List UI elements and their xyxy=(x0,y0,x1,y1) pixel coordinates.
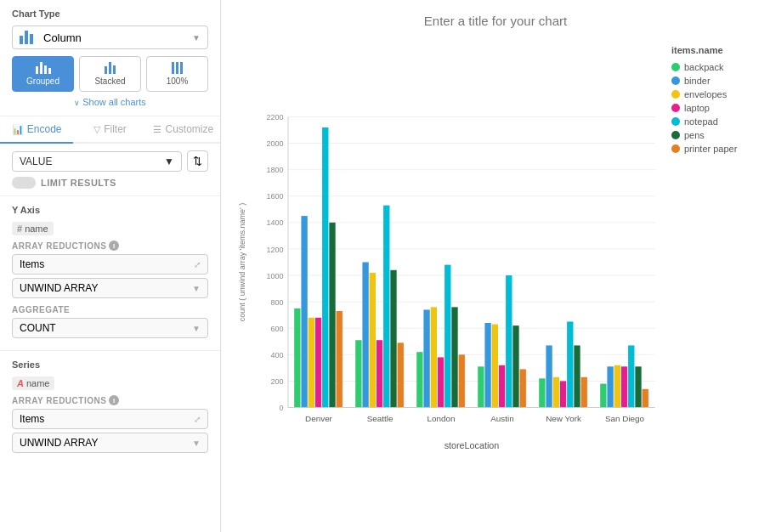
chart-container: 0200400600800100012001400160018002000220… xyxy=(235,37,663,518)
legend-item: notepad xyxy=(671,116,756,127)
limit-results-label: LIMIT RESULTS xyxy=(41,178,116,188)
series-field-badge: A name xyxy=(12,376,54,390)
svg-text:2000: 2000 xyxy=(267,139,284,148)
column-chart-icon: Column xyxy=(20,31,82,44)
items-label: Items xyxy=(20,258,44,270)
tab-filter[interactable]: ▽ Filter xyxy=(73,116,146,142)
y-axis-field-badge: # name xyxy=(12,222,54,235)
chart-styles-row: Grouped Stacked 100% xyxy=(12,56,208,92)
100pct-icon xyxy=(172,62,183,74)
stacked-label: Stacked xyxy=(94,76,125,86)
100pct-button[interactable]: 100% xyxy=(146,56,208,92)
series-unwind-dropdown[interactable]: UNWIND ARRAY ▼ xyxy=(12,433,208,453)
array-reductions-info-icon[interactable]: i xyxy=(109,241,119,251)
svg-rect-65 xyxy=(643,389,648,408)
svg-rect-34 xyxy=(546,345,552,407)
svg-rect-33 xyxy=(484,323,490,407)
svg-text:1800: 1800 xyxy=(267,166,284,174)
tab-encode-label: Encode xyxy=(27,123,62,135)
svg-rect-27 xyxy=(478,366,484,407)
svg-rect-61 xyxy=(398,342,404,407)
series-array-reductions-label: ARRAY REDUCTIONS i xyxy=(12,395,208,405)
legend-item: laptop xyxy=(671,103,756,113)
y-axis-field-name: name xyxy=(25,224,48,234)
grouped-button[interactable]: Grouped xyxy=(12,56,74,92)
chart-title-input[interactable] xyxy=(235,14,756,28)
chart-type-section: Chart Type Column ▼ Grouped xyxy=(0,0,220,116)
tab-encode[interactable]: 📊 Encode xyxy=(0,116,73,144)
encode-icon: 📊 xyxy=(12,124,24,135)
chart-legend: items.name backpackbinderenvelopeslaptop… xyxy=(671,37,756,518)
y-axis-section: Y Axis # name ARRAY REDUCTIONS i Items ⤢… xyxy=(0,195,220,350)
svg-rect-59 xyxy=(635,366,641,407)
items-dropdown[interactable]: Items ⤢ xyxy=(12,254,208,274)
tab-customize[interactable]: ☰ Customize xyxy=(147,116,220,142)
unwind-dropdown-arrow: ▼ xyxy=(192,284,201,293)
svg-text:1000: 1000 xyxy=(267,272,284,280)
svg-text:600: 600 xyxy=(271,325,284,333)
svg-rect-29 xyxy=(600,384,606,408)
right-panel: 0200400600800100012001400160018002000220… xyxy=(221,0,770,532)
a-icon: A xyxy=(17,378,24,388)
limit-row: LIMIT RESULTS xyxy=(0,175,220,195)
show-all-label: Show all charts xyxy=(82,97,146,107)
items-expand-icon: ⤢ xyxy=(194,260,201,269)
stacked-button[interactable]: Stacked xyxy=(79,56,141,92)
svg-text:0: 0 xyxy=(280,404,284,412)
dropdown-arrow-icon: ▼ xyxy=(192,33,201,42)
svg-text:Seattle: Seattle xyxy=(367,414,393,423)
svg-rect-25 xyxy=(355,340,361,407)
grouped-label: Grouped xyxy=(26,76,59,86)
svg-rect-60 xyxy=(337,311,343,407)
svg-rect-62 xyxy=(459,354,465,407)
svg-rect-31 xyxy=(362,263,368,408)
hash-icon: # xyxy=(17,224,22,234)
svg-text:1600: 1600 xyxy=(267,192,284,201)
legend-item: backpack xyxy=(671,62,756,72)
svg-rect-32 xyxy=(423,309,429,407)
svg-rect-26 xyxy=(416,352,422,407)
bar-chart-svg: 0200400600800100012001400160018002000220… xyxy=(235,37,663,518)
svg-rect-42 xyxy=(315,318,321,408)
svg-text:Denver: Denver xyxy=(305,414,333,423)
svg-text:count ( unwind array 'items.na: count ( unwind array 'items.name' ) xyxy=(238,203,246,322)
series-info-icon[interactable]: i xyxy=(109,395,119,405)
svg-rect-43 xyxy=(377,340,382,407)
svg-text:1200: 1200 xyxy=(267,246,284,254)
svg-rect-46 xyxy=(560,381,566,407)
svg-text:200: 200 xyxy=(271,377,284,386)
limit-results-toggle[interactable] xyxy=(12,177,36,189)
svg-rect-36 xyxy=(309,318,314,408)
svg-rect-39 xyxy=(492,325,498,408)
svg-rect-56 xyxy=(451,307,457,407)
series-items-dropdown[interactable]: Items ⤢ xyxy=(12,409,208,429)
show-all-charts-link[interactable]: ∨ Show all charts xyxy=(12,97,208,107)
series-items-label: Items xyxy=(20,413,44,425)
svg-rect-30 xyxy=(301,216,307,407)
svg-rect-55 xyxy=(390,270,396,408)
svg-text:800: 800 xyxy=(271,298,284,307)
unwind-array-dropdown[interactable]: UNWIND ARRAY ▼ xyxy=(12,278,208,298)
series-field-row: A name xyxy=(12,376,208,390)
count-dropdown[interactable]: COUNT ▼ xyxy=(12,318,208,338)
svg-rect-54 xyxy=(329,223,335,408)
unwind-array-label: UNWIND ARRAY xyxy=(20,282,98,294)
series-title: Series xyxy=(12,359,208,370)
legend-item: binder xyxy=(671,76,756,86)
value-dropdown[interactable]: VALUE ▼ xyxy=(12,151,182,172)
value-label: VALUE xyxy=(20,156,52,167)
svg-rect-41 xyxy=(614,365,620,408)
value-row: VALUE ▼ ⇅ xyxy=(0,144,220,175)
chart-type-dropdown[interactable]: Column ▼ xyxy=(12,25,208,49)
grouped-icon xyxy=(36,62,51,74)
svg-rect-57 xyxy=(512,325,518,407)
svg-rect-63 xyxy=(520,369,526,407)
svg-rect-40 xyxy=(553,377,559,408)
svg-rect-58 xyxy=(574,345,580,407)
sort-button[interactable]: ⇅ xyxy=(187,150,208,172)
aggregate-label: AGGREGATE xyxy=(12,305,208,314)
left-panel: Chart Type Column ▼ Grouped xyxy=(0,0,221,532)
legend-item: envelopes xyxy=(671,89,756,99)
svg-rect-37 xyxy=(370,273,376,408)
svg-text:Austin: Austin xyxy=(490,414,513,423)
